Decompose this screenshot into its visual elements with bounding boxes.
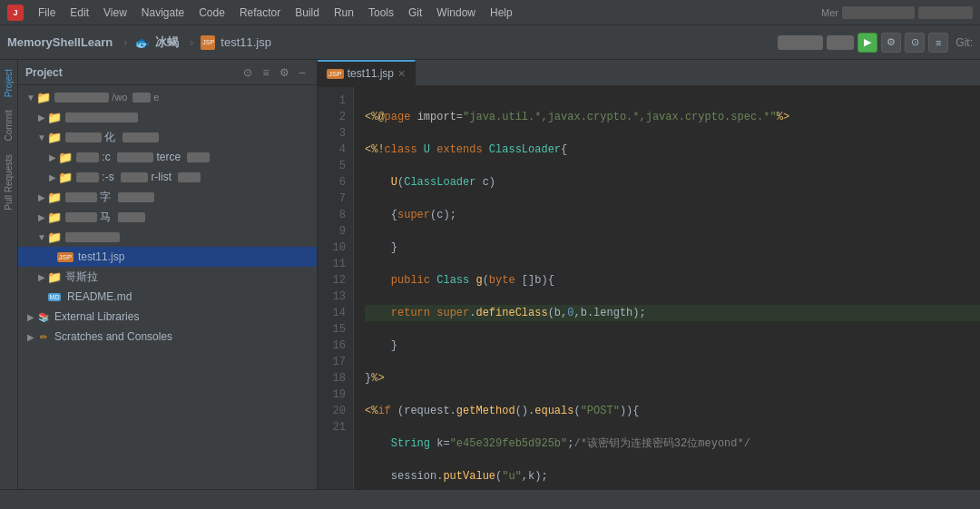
tree-arrow-gesila: ▶	[36, 271, 47, 282]
tree-item-node1[interactable]: ▶ 📁	[18, 107, 317, 127]
sidebar-icon-expand[interactable]: ⊙	[240, 65, 255, 80]
scratch-icon: ✏	[36, 329, 51, 344]
app-icon: J	[7, 5, 24, 21]
line-num-11: 11	[318, 256, 353, 272]
settings-button[interactable]: ≡	[928, 33, 948, 53]
profile-button[interactable]: ⊙	[905, 33, 925, 53]
menu-file[interactable]: File	[31, 5, 63, 21]
toolbar-sep: ›	[123, 36, 127, 49]
menu-code[interactable]: Code	[191, 5, 232, 21]
tree-label-scratches: Scratches and Consoles	[54, 330, 172, 343]
menu-help[interactable]: Help	[483, 5, 520, 21]
menu-run[interactable]: Run	[327, 5, 361, 21]
toolbar: MemoryShellLearn › 🐟 冰蝎 › JSP test11.jsp…	[0, 25, 980, 60]
tree-item-root[interactable]: ▼ 📁 /wo e	[18, 87, 317, 107]
tree-label-node3: 字	[65, 190, 154, 205]
tree-arrow-node1: ▶	[36, 112, 47, 122]
editor-tab-test11[interactable]: JSP test11.jsp ✕	[318, 60, 416, 85]
toolbar-controls: ▶ ⚙ ⊙ ≡ Git:	[778, 33, 973, 53]
tree-label-node4: 马	[65, 210, 145, 225]
tree-item-node4[interactable]: ▶ 📁 马	[18, 207, 317, 227]
tree-arrow-extlibs: ▶	[25, 311, 36, 322]
menu-bar: J File Edit View Navigate Code Refactor …	[0, 0, 980, 25]
line-num-20: 20	[318, 403, 353, 419]
tree-arrow-node3: ▶	[36, 191, 47, 202]
tree-arrow-scratches: ▶	[25, 331, 36, 342]
tab-close-button[interactable]: ✕	[397, 68, 406, 80]
tree-item-node2[interactable]: ▼ 📁 化	[18, 127, 317, 147]
menu-window[interactable]: Window	[429, 5, 483, 21]
line-num-14: 14	[318, 305, 353, 321]
tree-arrow-node5: ▼	[36, 231, 47, 242]
sidebar-panel: Project ⊙ ≡ ⚙ – ▼ 📁 /wo e	[18, 60, 318, 489]
tree-arrow-node2b: ▶	[47, 171, 58, 182]
debug-button[interactable]: ⚙	[881, 33, 901, 53]
code-line-5: }	[365, 240, 980, 256]
tree-item-node2a[interactable]: ▶ 📁 :c terce	[18, 147, 317, 167]
sidebar-header: Project ⊙ ≡ ⚙ –	[18, 60, 317, 85]
toolbar-blurred-2	[827, 35, 854, 50]
tree-item-node3[interactable]: ▶ 📁 字	[18, 187, 317, 207]
vtab-project[interactable]: Project	[2, 64, 15, 103]
line-num-12: 12	[318, 272, 353, 289]
menu-tools[interactable]: Tools	[361, 5, 401, 21]
code-line-6: public Class g(byte []b){	[365, 272, 980, 289]
tree-item-test11[interactable]: ▶ JSP test11.jsp	[18, 247, 317, 267]
line-num-8: 8	[318, 207, 353, 223]
toolbar-blurred-1	[778, 35, 823, 50]
tree-label-test11: test11.jsp	[78, 250, 124, 263]
code-editor[interactable]: 1 2 3 4 5 6 7 8 9 10 11 12 13 14 15 16 1…	[318, 87, 980, 489]
folder-icon-node2: 📁	[47, 130, 62, 144]
tree-arrow-root: ▼	[25, 92, 36, 103]
toolbar-sep2: ›	[190, 36, 193, 49]
vtab-pull-requests[interactable]: Pull Requests	[2, 149, 15, 216]
tree-item-node2b[interactable]: ▶ 📁 :-s r-list	[18, 167, 317, 187]
tab-file-icon: JSP	[327, 69, 344, 79]
toolbar-file-name: test11.jsp	[220, 35, 271, 49]
menu-navigate[interactable]: Navigate	[134, 5, 191, 21]
tree-label-root: /wo e	[54, 91, 159, 103]
menu-blurred-2	[918, 6, 973, 19]
line-num-7: 7	[318, 191, 353, 207]
folder-icon-node3: 📁	[47, 190, 62, 204]
menu-build[interactable]: Build	[288, 5, 327, 21]
sidebar-icon-filter[interactable]: ≡	[259, 65, 273, 80]
line-num-15: 15	[318, 321, 353, 338]
folder-icon-node5: 📁	[47, 230, 62, 244]
menu-git[interactable]: Git	[401, 5, 429, 21]
folder-icon-node2a: 📁	[58, 150, 73, 164]
code-content[interactable]: <%@page import="java.util.*,javax.crypto…	[354, 87, 980, 489]
menu-view[interactable]: View	[96, 5, 134, 21]
vtab-commit[interactable]: Commit	[2, 104, 15, 146]
line-num-1: 1	[318, 93, 353, 109]
tree-item-readme[interactable]: ▶ MD README.md	[18, 287, 317, 307]
code-line-11: String k="e45e329feb5d925b";/*该密钥为连接密码32…	[365, 436, 980, 452]
tab-filename: test11.jsp	[348, 67, 394, 80]
menu-edit[interactable]: Edit	[63, 5, 96, 21]
line-num-18: 18	[318, 370, 353, 387]
tree-label-gesila: 哥斯拉	[65, 269, 98, 285]
menu-refactor[interactable]: Refactor	[232, 5, 288, 21]
git-label: Git:	[956, 36, 973, 49]
tree-item-node5[interactable]: ▼ 📁	[18, 227, 317, 247]
sidebar-icon-collapse[interactable]: –	[295, 65, 309, 80]
line-numbers: 1 2 3 4 5 6 7 8 9 10 11 12 13 14 15 16 1…	[318, 87, 354, 489]
run-button[interactable]: ▶	[858, 33, 877, 53]
menu-right-text: Mer	[821, 7, 838, 18]
line-num-9: 9	[318, 223, 353, 240]
tree-item-gesila[interactable]: ▶ 📁 哥斯拉	[18, 267, 317, 287]
folder-icon-node4: 📁	[47, 210, 62, 224]
tree-label-node2b: :-s r-list	[76, 171, 201, 183]
tree-item-scratches[interactable]: ▶ ✏ Scratches and Consoles	[18, 327, 317, 347]
code-line-8: }	[365, 338, 980, 354]
tree-item-extlibs[interactable]: ▶ 📚 External Libraries	[18, 307, 317, 327]
code-line-10: <%if (request.getMethod().equals("POST")…	[365, 403, 980, 419]
line-num-10: 10	[318, 240, 353, 256]
tree-label-node2a: :c terce	[76, 151, 210, 163]
tree-arrow-node2: ▼	[36, 132, 47, 142]
branch-icon: 🐟	[134, 35, 150, 50]
sidebar-icon-settings[interactable]: ⚙	[277, 65, 291, 80]
sidebar-header-icons: ⊙ ≡ ⚙ –	[240, 65, 309, 80]
line-num-21: 21	[318, 419, 353, 436]
folder-icon-node1: 📁	[47, 110, 62, 124]
